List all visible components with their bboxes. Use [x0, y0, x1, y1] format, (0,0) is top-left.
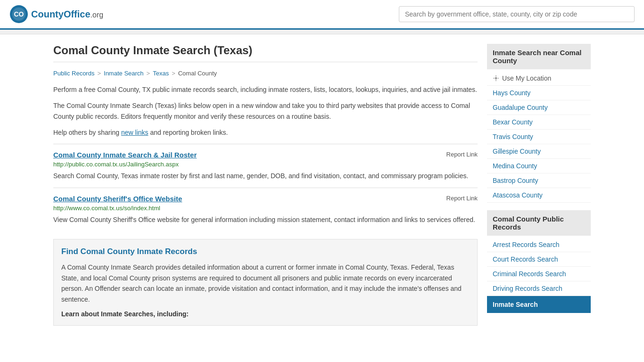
report-link-1[interactable]: Report Link: [446, 151, 478, 158]
resource-card-1: Comal County Inmate Search & Jail Roster…: [53, 144, 478, 188]
nearby-section: Inmate Search near Comal County Use My L…: [487, 44, 591, 203]
find-section: Find Comal County Inmate Records A Comal…: [53, 239, 478, 326]
resource-title-1[interactable]: Comal County Inmate Search & Jail Roster: [53, 151, 197, 159]
logo-area: CO CountyOffice.org: [9, 5, 103, 24]
breadcrumb-public-records[interactable]: Public Records: [53, 70, 94, 77]
report-link-2[interactable]: Report Link: [446, 195, 478, 202]
find-section-para: A Comal County Inmate Search provides de…: [61, 262, 470, 304]
resource-url-1[interactable]: http://public.co.comal.tx.us/JailingSear…: [53, 161, 478, 168]
search-input[interactable]: [399, 6, 635, 22]
new-links-link[interactable]: new links: [121, 129, 149, 136]
breadcrumb-texas[interactable]: Texas: [153, 70, 169, 77]
sidebar-item-guadalupe[interactable]: Guadalupe County: [487, 100, 591, 115]
public-records-section: Comal County Public Records Arrest Recor…: [487, 210, 591, 313]
breadcrumb: Public Records > Inmate Search > Texas >…: [53, 70, 478, 77]
svg-point-3: [495, 77, 497, 79]
logo-text[interactable]: CountyOffice.org: [31, 9, 103, 20]
sidebar-item-driving-records[interactable]: Driving Records Search: [487, 281, 591, 296]
main-container: Comal County Inmate Search (Texas) Publi…: [44, 34, 600, 335]
sidebar-item-inmate-search-active[interactable]: Inmate Search: [487, 296, 591, 313]
sidebar-item-bastrop[interactable]: Bastrop County: [487, 173, 591, 188]
resource-desc-2: View Comal County Sheriff's Office websi…: [53, 214, 478, 225]
resource-desc-1: Search Comal County, Texas inmate roster…: [53, 171, 478, 181]
description-para1: Perform a free Comal County, TX public i…: [53, 84, 478, 95]
find-section-heading: Find Comal County Inmate Records: [61, 247, 470, 256]
sidebar-item-travis[interactable]: Travis County: [487, 130, 591, 144]
content-area: Comal County Inmate Search (Texas) Publi…: [53, 44, 478, 326]
sidebar-item-arrest-records[interactable]: Arrest Records Search: [487, 238, 591, 252]
breadcrumb-current: Comal County: [178, 70, 217, 77]
svg-text:CO: CO: [14, 10, 24, 18]
public-records-heading: Comal County Public Records: [487, 210, 591, 236]
description-para3: Help others by sharing new links and rep…: [53, 127, 478, 138]
sidebar-item-medina[interactable]: Medina County: [487, 159, 591, 173]
sidebar: Inmate Search near Comal County Use My L…: [487, 44, 591, 326]
sidebar-item-gillespie[interactable]: Gillespie County: [487, 144, 591, 159]
logo-icon: CO: [9, 5, 28, 24]
sidebar-item-bexar[interactable]: Bexar County: [487, 115, 591, 130]
sidebar-item-atascosa[interactable]: Atascosa County: [487, 188, 591, 203]
resource-title-2[interactable]: Comal County Sheriff's Office Website: [53, 195, 182, 203]
resource-card-2: Comal County Sheriff's Office Website Re…: [53, 188, 478, 231]
sidebar-item-hays[interactable]: Hays County: [487, 86, 591, 100]
page-title: Comal County Inmate Search (Texas): [53, 44, 478, 62]
sidebar-item-criminal-records[interactable]: Criminal Records Search: [487, 267, 591, 281]
use-my-location[interactable]: Use My Location: [487, 71, 591, 86]
find-section-subheading: Learn about Inmate Searches, including:: [61, 310, 470, 318]
location-icon: [493, 75, 499, 82]
sidebar-item-court-records[interactable]: Court Records Search: [487, 252, 591, 267]
resource-url-2[interactable]: http://www.co.comal.tx.us/so/index.html: [53, 205, 478, 212]
nearby-heading: Inmate Search near Comal County: [487, 44, 591, 69]
description-para2: The Comal County Inmate Search (Texas) l…: [53, 100, 478, 122]
breadcrumb-inmate-search[interactable]: Inmate Search: [104, 70, 144, 77]
header: CO CountyOffice.org: [0, 0, 644, 30]
top-nav-bar: [0, 30, 644, 34]
